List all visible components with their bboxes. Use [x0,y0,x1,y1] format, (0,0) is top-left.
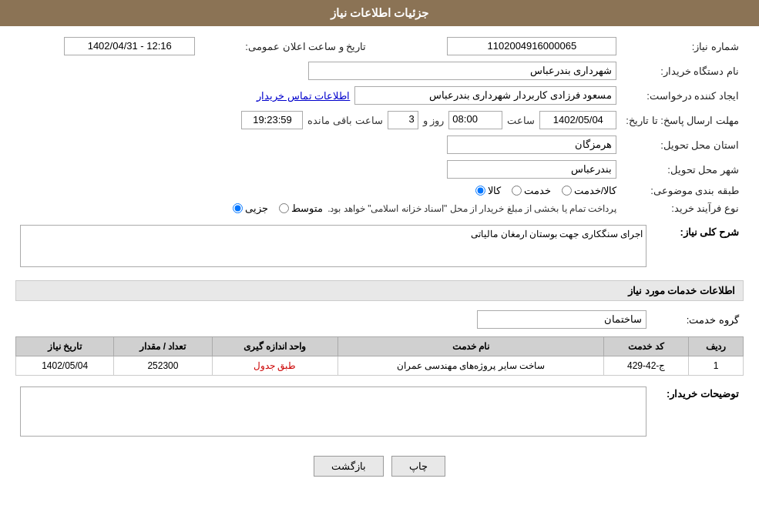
page-header: جزئیات اطلاعات نیاز [0,0,759,26]
col-date: تاریخ نیاز [16,337,114,356]
category-option-khedmat[interactable]: خدمت [512,185,551,196]
col-service-code: کد خدمت [604,337,689,356]
radio-khedmat-label: خدمت [524,185,551,196]
category-value: کالا/خدمت خدمت کالا [15,182,621,199]
main-info-table: شماره نیاز: 1102004916000065 تاریخ و ساع… [15,34,744,217]
buyer-org-label: نام دستگاه خریدار: [621,59,744,83]
process-option-jozi[interactable]: جزیی [233,202,268,214]
province-value: هرمزگان [15,132,621,157]
row-buyer-org: نام دستگاه خریدار: شهرداری بندرعباس [15,59,744,83]
content-area: شماره نیاز: 1102004916000065 تاریخ و ساع… [0,26,759,492]
radio-kala-label: کالا [488,185,501,196]
row-creator: ایجاد کننده درخواست: مسعود فرزادی کاربرد… [15,83,744,108]
province-input: هرمزگان [447,136,616,154]
need-number-value: 1102004916000065 [386,34,621,59]
process-value: پرداخت تمام یا بخشی از مبلغ خریدار از مح… [15,199,621,217]
buyer-org-input: شهرداری بندرعباس [308,62,616,80]
service-group-input: ساختمان [477,310,646,329]
announce-date-label: تاریخ و ساعت اعلان عمومی: [200,34,371,59]
col-unit: واحد اندازه گیری [212,337,338,356]
response-time-label: ساعت [507,115,535,126]
buyer-notes-value [15,383,651,442]
service-group-label: گروه خدمت: [651,307,744,332]
col-service-name: نام خدمت [338,337,604,356]
row-process: نوع فرآیند خرید: پرداخت تمام یا بخشی از … [15,199,744,217]
creator-input: مسعود فرزادی کاربردار شهرداری بندرعباس [354,86,616,105]
need-desc-label: شرح کلی نیاز: [651,222,744,273]
contact-link[interactable]: اطلاعات تماس خریدار [257,90,350,102]
process-option-motavaset[interactable]: متوسط [279,202,323,214]
buyer-notes-table: توضیحات خریدار: [15,383,744,442]
row-service-group: گروه خدمت: ساختمان [15,307,744,332]
back-button[interactable]: بازگشت [314,456,384,477]
row-category: طبقه بندی موضوعی: کالا/خدمت خدمت کالا [15,182,744,199]
response-deadline-value: 1402/05/04 ساعت 08:00 روز و 3 ساعت باقی … [15,108,621,132]
response-date-input: 1402/05/04 [539,111,616,129]
row-response-deadline: مهلت ارسال پاسخ: تا تاریخ: 1402/05/04 سا… [15,108,744,132]
need-desc-value: اجرای سنگکاری جهت بوستان ارمغان مالیاتی [15,222,651,273]
creator-label: ایجاد کننده درخواست: [621,83,744,108]
page-wrapper: جزئیات اطلاعات نیاز شماره نیاز: 11020049… [0,0,759,532]
response-remain-label: ساعت باقی مانده [307,115,382,126]
category-option-kala[interactable]: کالا [475,185,501,196]
print-button[interactable]: چاپ [391,456,445,477]
need-desc-textarea[interactable]: اجرای سنگکاری جهت بوستان ارمغان مالیاتی [20,225,646,267]
creator-value: مسعود فرزادی کاربردار شهرداری بندرعباس ا… [15,83,621,108]
process-note: پرداخت تمام یا بخشی از مبلغ خریدار از مح… [327,203,616,214]
row-province: استان محل تحویل: هرمزگان [15,132,744,157]
radio-kala-khedmat-label: کالا/خدمت [574,185,617,196]
button-row: چاپ بازگشت [15,456,744,477]
announce-date-value: 1402/04/31 - 12:16 [15,34,200,59]
response-time-input: 08:00 [448,111,502,129]
response-days-input: 3 [388,111,418,129]
category-option-kala-khedmat[interactable]: کالا/خدمت [562,185,617,196]
buyer-org-value: شهرداری بندرعباس [15,59,621,83]
buyer-notes-textarea[interactable] [20,386,646,437]
col-quantity: تعداد / مقدار [114,337,212,356]
buyer-notes-label: توضیحات خریدار: [651,383,744,442]
row-city: شهر محل تحویل: بندرعباس [15,157,744,182]
service-group-table: گروه خدمت: ساختمان [15,307,744,332]
need-number-label: شماره نیاز: [621,34,744,59]
city-value: بندرعباس [15,157,621,182]
city-input: بندرعباس [447,160,616,179]
service-group-value: ساختمان [15,307,651,332]
page-title: جزئیات اطلاعات نیاز [331,6,428,19]
col-row-num: ردیف [688,337,743,356]
process-label: نوع فرآیند خرید: [621,199,744,217]
response-days-label: روز و [423,115,445,126]
table-header-row: ردیف کد خدمت نام خدمت واحد اندازه گیری ت… [16,337,744,356]
services-section-title: اطلاعات خدمات مورد نیاز [15,280,744,301]
need-desc-table: شرح کلی نیاز: اجرای سنگکاری جهت بوستان ا… [15,222,744,273]
row-need-number: شماره نیاز: 1102004916000065 تاریخ و ساع… [15,34,744,59]
province-label: استان محل تحویل: [621,132,744,157]
city-label: شهر محل تحویل: [621,157,744,182]
table-row: 1ج-42-429ساخت سایر پروژه‌های مهندسی عمرا… [16,356,744,376]
response-remain-input: 19:23:59 [241,111,303,129]
radio-motavaset-label: متوسط [291,202,323,214]
row-buyer-notes: توضیحات خریدار: [15,383,744,442]
services-table: ردیف کد خدمت نام خدمت واحد اندازه گیری ت… [15,336,744,376]
radio-jozi-label: جزیی [245,202,268,214]
announce-date-input: 1402/04/31 - 12:16 [64,37,195,55]
response-deadline-label: مهلت ارسال پاسخ: تا تاریخ: [621,108,744,132]
category-label: طبقه بندی موضوعی: [621,182,744,199]
need-number-input: 1102004916000065 [447,37,616,55]
row-need-desc: شرح کلی نیاز: اجرای سنگکاری جهت بوستان ا… [15,222,744,273]
